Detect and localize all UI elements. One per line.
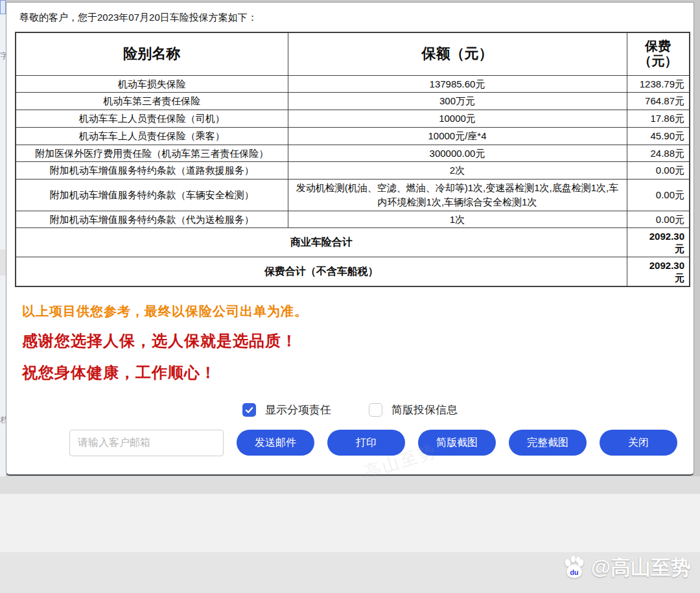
cell-premium: 17.86元 xyxy=(627,110,690,128)
cell-premium: 0.00元 xyxy=(627,211,690,228)
cell-risk-name: 附加机动车增值服务特约条款（代为送检服务） xyxy=(16,211,288,228)
cell-premium: 764.87元 xyxy=(627,93,690,110)
simple-screenshot-button[interactable]: 简版截图 xyxy=(418,430,496,456)
thanks-text: 感谢您选择人保，选人保就是选品质！ xyxy=(22,331,694,351)
table-row: 机动车车上人员责任保险（司机）10000元17.86元 xyxy=(16,110,690,128)
total-value: 2092.30元 xyxy=(627,228,690,257)
disclaimer-text: 以上项目供您参考，最终以保险公司出单为准。 xyxy=(22,303,694,320)
quote-table-body: 机动车损失保险137985.60元1238.79元机动车第三者责任保险300万元… xyxy=(16,75,690,286)
total-value: 2092.30元 xyxy=(627,257,690,286)
cell-premium: 0.00元 xyxy=(627,180,690,211)
send-email-button[interactable]: 发送邮件 xyxy=(237,430,314,456)
cell-premium: 0.00元 xyxy=(627,162,690,180)
option-label: 简版投保信息 xyxy=(391,402,458,417)
cell-insured-amount: 300万元 xyxy=(288,93,627,110)
cell-insured-amount: 300000.00元 xyxy=(288,145,627,162)
greeting-text: 尊敬的客户，您于2023年07月20日车险投保方案如下： xyxy=(6,3,694,32)
close-button[interactable]: 关闭 xyxy=(600,430,677,456)
show-itemized-liability-option[interactable]: 显示分项责任 xyxy=(242,402,331,417)
cell-insured-amount: 10000元/座*4 xyxy=(288,127,627,145)
cell-risk-name: 附加机动车增值服务特约条款（道路救援服务） xyxy=(16,162,288,180)
author-watermark: du @高山至势 xyxy=(561,554,691,581)
actions-row: 发送邮件 打印 简版截图 完整截图 关闭 xyxy=(6,430,694,456)
background-band xyxy=(0,494,700,552)
cell-risk-name: 机动车车上人员责任保险（司机） xyxy=(16,110,288,128)
watermark-text: @高山至势 xyxy=(591,554,691,581)
option-label: 显示分项责任 xyxy=(265,402,331,417)
cell-insured-amount: 1次 xyxy=(288,211,627,228)
checkbox-checked-icon[interactable] xyxy=(242,403,256,417)
cell-risk-name: 附加机动车增值服务特约条款（车辆安全检测） xyxy=(16,180,288,211)
total-row: 保费合计（不含车船税）2092.30元 xyxy=(16,257,690,286)
table-row: 机动车车上人员责任保险（乘客）10000元/座*445.90元 xyxy=(16,127,690,145)
baidu-paw-icon: du xyxy=(561,555,587,581)
total-label: 商业车险合计 xyxy=(16,228,627,257)
column-header-premium: 保费（元） xyxy=(627,32,690,75)
cell-risk-name: 附加医保外医疗费用责任险（机动车第三者责任保险） xyxy=(16,145,288,162)
cell-risk-name: 机动车第三者责任保险 xyxy=(16,93,288,110)
checkbox-unchecked-icon[interactable] xyxy=(369,403,382,417)
cell-premium: 1238.79元 xyxy=(627,75,690,93)
total-label: 保费合计（不含车船税） xyxy=(16,257,627,286)
baidu-du-letters: du xyxy=(570,568,578,576)
background-band xyxy=(0,476,700,494)
cell-premium: 45.90元 xyxy=(627,127,690,145)
underlying-page-sliver: 字 档 xyxy=(0,0,6,478)
table-row: 附加机动车增值服务特约条款（车辆安全检测）发动机检测(机油、空滤、燃油、冷却等)… xyxy=(16,180,690,211)
screen: 字 档 尊敬的客户，您于2023年07月20日车险投保方案如下： 险别名称 保额… xyxy=(0,0,700,593)
table-row: 机动车第三者责任保险300万元764.87元 xyxy=(16,93,690,110)
total-row: 商业车险合计2092.30元 xyxy=(16,228,690,257)
cell-insured-amount: 137985.60元 xyxy=(288,75,627,93)
cell-insured-amount: 发动机检测(机油、空滤、燃油、冷却等)1次,变速器检测1次,底盘检测1次,车内环… xyxy=(288,180,627,211)
page-fragment: 档 xyxy=(0,415,6,425)
cell-insured-amount: 2次 xyxy=(288,162,627,180)
page-fragment: 字 xyxy=(0,51,6,62)
column-header-insured-amount: 保额（元） xyxy=(288,32,627,75)
customer-email-input[interactable] xyxy=(69,430,224,456)
full-screenshot-button[interactable]: 完整截图 xyxy=(509,430,587,456)
cell-risk-name: 机动车损失保险 xyxy=(16,75,288,93)
table-row: 机动车损失保险137985.60元1238.79元 xyxy=(16,75,690,93)
table-header-row: 险别名称 保额（元） 保费（元） xyxy=(16,32,690,75)
page-fragment xyxy=(0,250,6,275)
cell-insured-amount: 10000元 xyxy=(288,110,627,128)
cell-risk-name: 机动车车上人员责任保险（乘客） xyxy=(16,127,288,145)
insurance-quote-dialog: 尊敬的客户，您于2023年07月20日车险投保方案如下： 险别名称 保额（元） … xyxy=(6,2,694,476)
print-button[interactable]: 打印 xyxy=(327,430,405,456)
options-row: 显示分项责任 简版投保信息 xyxy=(6,402,694,417)
column-header-risk-name: 险别名称 xyxy=(16,32,288,75)
page-fragment xyxy=(0,0,6,14)
table-row: 附加机动车增值服务特约条款（道路救援服务）2次0.00元 xyxy=(16,162,690,180)
quote-table: 险别名称 保额（元） 保费（元） 机动车损失保险137985.60元1238.7… xyxy=(15,32,690,287)
table-row: 附加机动车增值服务特约条款（代为送检服务）1次0.00元 xyxy=(16,211,690,228)
wish-text: 祝您身体健康，工作顺心！ xyxy=(22,362,694,383)
table-row: 附加医保外医疗费用责任险（机动车第三者责任保险）300000.00元24.88元 xyxy=(16,145,690,162)
cell-premium: 24.88元 xyxy=(627,145,690,162)
simple-version-info-option[interactable]: 简版投保信息 xyxy=(369,402,458,417)
